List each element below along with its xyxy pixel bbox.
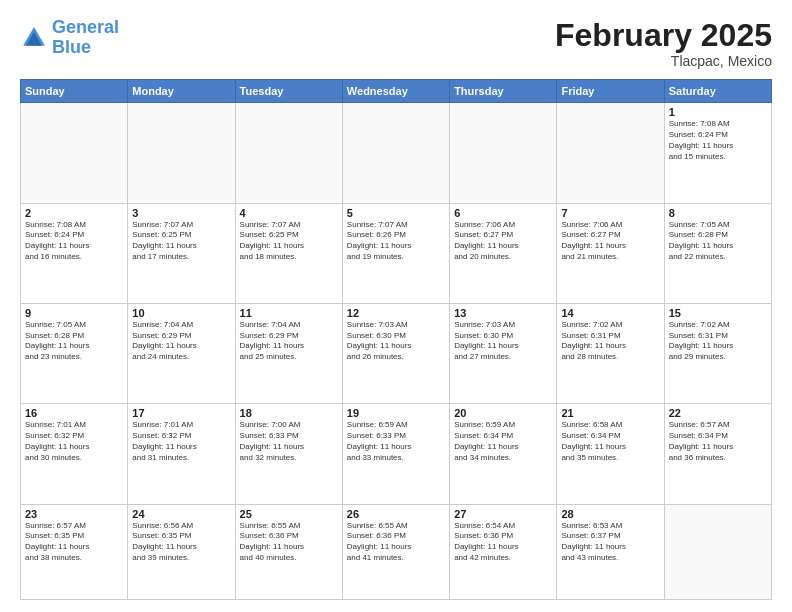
day-info: Sunrise: 7:07 AM Sunset: 6:25 PM Dayligh… xyxy=(132,220,230,263)
calendar-cell xyxy=(557,103,664,203)
day-info: Sunrise: 6:57 AM Sunset: 6:35 PM Dayligh… xyxy=(25,521,123,564)
day-number: 25 xyxy=(240,508,338,520)
day-number: 1 xyxy=(669,106,767,118)
day-info: Sunrise: 7:01 AM Sunset: 6:32 PM Dayligh… xyxy=(132,420,230,463)
page: General Blue February 2025 Tlacpac, Mexi… xyxy=(0,0,792,612)
day-number: 21 xyxy=(561,407,659,419)
day-number: 17 xyxy=(132,407,230,419)
calendar-cell: 3Sunrise: 7:07 AM Sunset: 6:25 PM Daylig… xyxy=(128,203,235,303)
day-info: Sunrise: 7:08 AM Sunset: 6:24 PM Dayligh… xyxy=(25,220,123,263)
calendar-cell: 19Sunrise: 6:59 AM Sunset: 6:33 PM Dayli… xyxy=(342,404,449,504)
day-info: Sunrise: 7:05 AM Sunset: 6:28 PM Dayligh… xyxy=(25,320,123,363)
calendar-cell: 27Sunrise: 6:54 AM Sunset: 6:36 PM Dayli… xyxy=(450,504,557,600)
day-number: 5 xyxy=(347,207,445,219)
day-number: 20 xyxy=(454,407,552,419)
location: Tlacpac, Mexico xyxy=(555,53,772,69)
calendar-cell: 10Sunrise: 7:04 AM Sunset: 6:29 PM Dayli… xyxy=(128,303,235,403)
weekday-header-tuesday: Tuesday xyxy=(235,80,342,103)
day-info: Sunrise: 6:59 AM Sunset: 6:34 PM Dayligh… xyxy=(454,420,552,463)
calendar-cell: 17Sunrise: 7:01 AM Sunset: 6:32 PM Dayli… xyxy=(128,404,235,504)
day-number: 24 xyxy=(132,508,230,520)
weekday-header-sunday: Sunday xyxy=(21,80,128,103)
calendar-cell xyxy=(235,103,342,203)
day-info: Sunrise: 7:03 AM Sunset: 6:30 PM Dayligh… xyxy=(454,320,552,363)
calendar-week-3: 9Sunrise: 7:05 AM Sunset: 6:28 PM Daylig… xyxy=(21,303,772,403)
day-info: Sunrise: 7:07 AM Sunset: 6:25 PM Dayligh… xyxy=(240,220,338,263)
day-info: Sunrise: 7:06 AM Sunset: 6:27 PM Dayligh… xyxy=(454,220,552,263)
day-info: Sunrise: 7:07 AM Sunset: 6:26 PM Dayligh… xyxy=(347,220,445,263)
weekday-header-friday: Friday xyxy=(557,80,664,103)
day-info: Sunrise: 7:02 AM Sunset: 6:31 PM Dayligh… xyxy=(561,320,659,363)
calendar-week-1: 1Sunrise: 7:08 AM Sunset: 6:24 PM Daylig… xyxy=(21,103,772,203)
calendar-cell: 6Sunrise: 7:06 AM Sunset: 6:27 PM Daylig… xyxy=(450,203,557,303)
day-info: Sunrise: 6:54 AM Sunset: 6:36 PM Dayligh… xyxy=(454,521,552,564)
logo: General Blue xyxy=(20,18,119,58)
calendar-cell: 21Sunrise: 6:58 AM Sunset: 6:34 PM Dayli… xyxy=(557,404,664,504)
day-info: Sunrise: 6:55 AM Sunset: 6:36 PM Dayligh… xyxy=(347,521,445,564)
day-number: 16 xyxy=(25,407,123,419)
day-info: Sunrise: 6:56 AM Sunset: 6:35 PM Dayligh… xyxy=(132,521,230,564)
calendar-cell: 9Sunrise: 7:05 AM Sunset: 6:28 PM Daylig… xyxy=(21,303,128,403)
calendar-cell xyxy=(128,103,235,203)
day-number: 10 xyxy=(132,307,230,319)
day-info: Sunrise: 7:08 AM Sunset: 6:24 PM Dayligh… xyxy=(669,119,767,162)
day-number: 8 xyxy=(669,207,767,219)
calendar-cell xyxy=(450,103,557,203)
day-info: Sunrise: 6:57 AM Sunset: 6:34 PM Dayligh… xyxy=(669,420,767,463)
calendar-cell: 24Sunrise: 6:56 AM Sunset: 6:35 PM Dayli… xyxy=(128,504,235,600)
calendar-cell: 25Sunrise: 6:55 AM Sunset: 6:36 PM Dayli… xyxy=(235,504,342,600)
calendar-cell: 22Sunrise: 6:57 AM Sunset: 6:34 PM Dayli… xyxy=(664,404,771,504)
calendar-week-5: 23Sunrise: 6:57 AM Sunset: 6:35 PM Dayli… xyxy=(21,504,772,600)
title-block: February 2025 Tlacpac, Mexico xyxy=(555,18,772,69)
calendar-cell: 4Sunrise: 7:07 AM Sunset: 6:25 PM Daylig… xyxy=(235,203,342,303)
logo-text: General Blue xyxy=(52,18,119,58)
weekday-header-monday: Monday xyxy=(128,80,235,103)
day-number: 11 xyxy=(240,307,338,319)
day-number: 12 xyxy=(347,307,445,319)
calendar-cell: 11Sunrise: 7:04 AM Sunset: 6:29 PM Dayli… xyxy=(235,303,342,403)
calendar-cell: 26Sunrise: 6:55 AM Sunset: 6:36 PM Dayli… xyxy=(342,504,449,600)
day-number: 4 xyxy=(240,207,338,219)
calendar-table: SundayMondayTuesdayWednesdayThursdayFrid… xyxy=(20,79,772,600)
day-info: Sunrise: 7:05 AM Sunset: 6:28 PM Dayligh… xyxy=(669,220,767,263)
calendar-cell: 14Sunrise: 7:02 AM Sunset: 6:31 PM Dayli… xyxy=(557,303,664,403)
calendar-week-2: 2Sunrise: 7:08 AM Sunset: 6:24 PM Daylig… xyxy=(21,203,772,303)
weekday-header-row: SundayMondayTuesdayWednesdayThursdayFrid… xyxy=(21,80,772,103)
calendar-cell: 16Sunrise: 7:01 AM Sunset: 6:32 PM Dayli… xyxy=(21,404,128,504)
calendar-cell: 5Sunrise: 7:07 AM Sunset: 6:26 PM Daylig… xyxy=(342,203,449,303)
calendar-cell: 2Sunrise: 7:08 AM Sunset: 6:24 PM Daylig… xyxy=(21,203,128,303)
calendar-cell: 12Sunrise: 7:03 AM Sunset: 6:30 PM Dayli… xyxy=(342,303,449,403)
calendar-cell: 28Sunrise: 6:53 AM Sunset: 6:37 PM Dayli… xyxy=(557,504,664,600)
day-number: 23 xyxy=(25,508,123,520)
calendar-week-4: 16Sunrise: 7:01 AM Sunset: 6:32 PM Dayli… xyxy=(21,404,772,504)
day-info: Sunrise: 7:06 AM Sunset: 6:27 PM Dayligh… xyxy=(561,220,659,263)
calendar-cell: 15Sunrise: 7:02 AM Sunset: 6:31 PM Dayli… xyxy=(664,303,771,403)
weekday-header-saturday: Saturday xyxy=(664,80,771,103)
calendar-cell: 18Sunrise: 7:00 AM Sunset: 6:33 PM Dayli… xyxy=(235,404,342,504)
day-number: 18 xyxy=(240,407,338,419)
day-number: 27 xyxy=(454,508,552,520)
day-number: 7 xyxy=(561,207,659,219)
calendar-cell: 23Sunrise: 6:57 AM Sunset: 6:35 PM Dayli… xyxy=(21,504,128,600)
weekday-header-thursday: Thursday xyxy=(450,80,557,103)
day-number: 22 xyxy=(669,407,767,419)
calendar-cell: 1Sunrise: 7:08 AM Sunset: 6:24 PM Daylig… xyxy=(664,103,771,203)
day-number: 28 xyxy=(561,508,659,520)
calendar-cell: 7Sunrise: 7:06 AM Sunset: 6:27 PM Daylig… xyxy=(557,203,664,303)
day-info: Sunrise: 7:00 AM Sunset: 6:33 PM Dayligh… xyxy=(240,420,338,463)
day-number: 3 xyxy=(132,207,230,219)
day-info: Sunrise: 7:04 AM Sunset: 6:29 PM Dayligh… xyxy=(240,320,338,363)
day-info: Sunrise: 7:02 AM Sunset: 6:31 PM Dayligh… xyxy=(669,320,767,363)
weekday-header-wednesday: Wednesday xyxy=(342,80,449,103)
day-info: Sunrise: 6:55 AM Sunset: 6:36 PM Dayligh… xyxy=(240,521,338,564)
calendar-cell xyxy=(21,103,128,203)
day-info: Sunrise: 7:01 AM Sunset: 6:32 PM Dayligh… xyxy=(25,420,123,463)
day-number: 2 xyxy=(25,207,123,219)
day-info: Sunrise: 6:58 AM Sunset: 6:34 PM Dayligh… xyxy=(561,420,659,463)
day-number: 6 xyxy=(454,207,552,219)
day-number: 15 xyxy=(669,307,767,319)
calendar-cell xyxy=(342,103,449,203)
calendar-cell xyxy=(664,504,771,600)
day-info: Sunrise: 7:03 AM Sunset: 6:30 PM Dayligh… xyxy=(347,320,445,363)
day-number: 26 xyxy=(347,508,445,520)
